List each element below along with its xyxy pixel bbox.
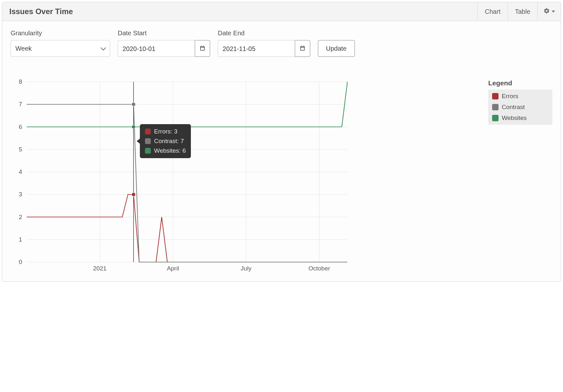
legend-swatch: [492, 115, 499, 121]
date-start-input[interactable]: 2020-10-01: [118, 40, 195, 57]
tooltip-swatch: [145, 129, 151, 134]
svg-text:2021: 2021: [93, 265, 107, 272]
svg-text:8: 8: [19, 79, 22, 85]
tab-table[interactable]: Table: [508, 2, 537, 21]
svg-text:July: July: [241, 265, 252, 272]
settings-menu-button[interactable]: [537, 2, 561, 21]
date-start-label: Date Start: [118, 30, 210, 37]
date-end-picker-button[interactable]: [295, 40, 310, 57]
panel-body: Granularity Week Date Start 2020-10-01: [2, 21, 561, 281]
calendar-icon: [200, 45, 205, 52]
chart-area: 0123456782021AprilJulyOctober Legend Err…: [11, 79, 552, 275]
svg-text:4: 4: [19, 168, 22, 175]
svg-text:0: 0: [19, 259, 22, 265]
svg-text:3: 3: [19, 191, 22, 198]
tooltip-value: Websites: 6: [154, 147, 186, 154]
update-button[interactable]: Update: [318, 40, 355, 57]
tooltip-row: Websites: 6: [145, 147, 186, 154]
granularity-label: Granularity: [11, 30, 110, 37]
legend-swatch: [492, 104, 499, 110]
tooltip-swatch: [145, 138, 151, 144]
chart-tooltip: Errors: 3Contrast: 7Websites: 6: [140, 124, 191, 158]
tooltip-value: Errors: 3: [154, 128, 177, 135]
granularity-select[interactable]: Week: [11, 40, 110, 57]
svg-point-27: [132, 192, 135, 196]
legend-title: Legend: [488, 79, 552, 87]
svg-text:2: 2: [19, 214, 22, 220]
tooltip-value: Contrast: 7: [154, 138, 184, 145]
view-tabs: Chart Table: [477, 2, 561, 21]
date-end-label: Date End: [218, 30, 310, 37]
issues-over-time-panel: Issues Over Time Chart Table Granularity…: [2, 2, 561, 282]
legend: Legend ErrorsContrastWebsites: [488, 79, 552, 275]
legend-label: Contrast: [502, 104, 525, 111]
date-start-picker-button[interactable]: [195, 40, 210, 57]
tooltip-swatch: [145, 148, 151, 154]
svg-text:5: 5: [19, 146, 22, 153]
legend-item[interactable]: Errors: [492, 93, 549, 100]
tab-chart[interactable]: Chart: [477, 2, 508, 21]
svg-text:7: 7: [19, 101, 22, 107]
date-end-input[interactable]: 2021-11-05: [218, 40, 295, 57]
chevron-down-icon: [101, 45, 106, 51]
legend-label: Errors: [502, 93, 518, 100]
filter-controls: Granularity Week Date Start 2020-10-01: [11, 30, 552, 57]
line-chart[interactable]: 0123456782021AprilJulyOctober: [11, 79, 482, 275]
svg-point-28: [132, 102, 135, 106]
granularity-value: Week: [15, 45, 32, 52]
svg-text:April: April: [167, 265, 179, 272]
gear-icon: [543, 8, 550, 16]
panel-title: Issues Over Time: [2, 3, 80, 21]
tooltip-row: Contrast: 7: [145, 138, 186, 145]
legend-label: Websites: [502, 115, 527, 122]
panel-header: Issues Over Time Chart Table: [2, 2, 561, 21]
calendar-icon: [300, 45, 305, 52]
legend-item[interactable]: Contrast: [492, 104, 549, 111]
legend-item[interactable]: Websites: [492, 115, 549, 122]
svg-text:October: October: [308, 265, 330, 272]
legend-swatch: [492, 93, 499, 99]
svg-text:6: 6: [19, 124, 22, 130]
svg-text:1: 1: [19, 236, 22, 243]
legend-box: ErrorsContrastWebsites: [488, 89, 552, 125]
tooltip-row: Errors: 3: [145, 128, 186, 135]
caret-down-icon: [552, 11, 555, 13]
svg-point-29: [132, 125, 135, 129]
